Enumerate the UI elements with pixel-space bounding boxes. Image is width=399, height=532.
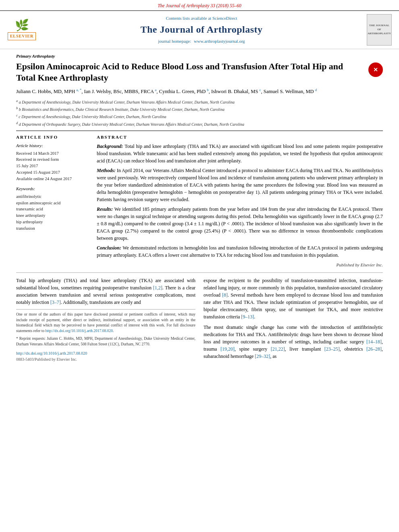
keyword-5: transfusion: [16, 225, 89, 232]
conclusion-text: We demonstrated reductions in hemoglobin…: [97, 245, 383, 258]
elsevier-tree-icon: 🌿: [15, 20, 29, 31]
body-divider: [16, 272, 383, 273]
journal-title: The Journal of Arthroplasty: [42, 23, 361, 37]
abstract-header: ABSTRACT: [97, 134, 383, 140]
body-right-para-2: The most dramatic single change has come…: [204, 324, 383, 360]
ref-9-13[interactable]: [9–13]: [241, 314, 254, 320]
background-text: Total hip and knee arthroplasty (THA and…: [97, 143, 383, 164]
ref-19-20[interactable]: [19,20]: [220, 346, 235, 352]
keyword-3: knee arthroplasty: [16, 212, 89, 219]
results-text: We identified 185 primary arthroplasty p…: [97, 206, 383, 241]
article-info-abstract-area: ARTICLE INFO Article history: Received 1…: [16, 134, 383, 268]
abstract-methods: Methods: In April 2014, our Veterans Aff…: [97, 167, 383, 203]
article-info-header: ARTICLE INFO: [16, 134, 89, 140]
background-label: Background:: [97, 143, 125, 149]
homepage-line: journal homepage: www.arthroplastyjourna…: [42, 38, 361, 44]
history-item-0: Received 14 March 2017: [16, 150, 89, 157]
history-items: Received 14 March 2017 Received in revis…: [16, 150, 89, 182]
history-item-4: Available online 24 August 2017: [16, 176, 89, 182]
abstract-results: Results: We identified 185 primary arthr…: [97, 206, 383, 242]
keyword-0: antifibrinolytic: [16, 193, 89, 200]
affil-b: b b Biostatistics and Bioinformatics, Du…: [16, 106, 383, 112]
methods-label: Methods:: [97, 168, 117, 173]
keywords-label: Keywords:: [16, 186, 89, 192]
sciencedirect-link[interactable]: ScienceDirect: [212, 16, 237, 21]
body-left-para-1: Total hip arthroplasty (THA) and total k…: [16, 277, 195, 306]
right-logo-area: THE JOURNALOFARTHROPLASTY: [365, 14, 393, 46]
homepage-link[interactable]: www.arthroplastyjournal.org: [194, 39, 245, 44]
elsevier-wordmark: ELSEVIER: [8, 32, 36, 40]
published-by: Published by Elsevier Inc.: [97, 262, 383, 268]
journal-cover-image: THE JOURNALOFARTHROPLASTY: [367, 14, 392, 46]
history-item-3: Accepted 15 August 2017: [16, 169, 89, 176]
keywords-section: Keywords: antifibrinolytic epsilon amino…: [16, 186, 89, 231]
top-bar: The Journal of Arthroplasty 33 (2018) 55…: [0, 0, 399, 10]
affil-a: a a Department of Anesthesiology, Duke U…: [16, 98, 383, 105]
journal-center-header: Contents lists available at ScienceDirec…: [42, 15, 361, 44]
authors-line: Juliann C. Hobbs, MD, MPH a, *, Ian J. W…: [16, 87, 383, 96]
doi-link[interactable]: http://dx.doi.org/10.1016/j.arth.2017.08…: [16, 351, 87, 355]
ref-14-18[interactable]: [14–18]: [366, 339, 382, 345]
footnote-disclosure: One or more of the authors of this paper…: [16, 312, 195, 334]
history-item-1: Received in revised form: [16, 156, 89, 163]
keyword-1: epsilon aminocaproic acid: [16, 200, 89, 206]
issn-line: 0883-5403/Published by Elsevier Inc.: [16, 356, 195, 362]
conclusion-label: Conclusion:: [97, 245, 123, 251]
abstract-background: Background: Total hip and knee arthropla…: [97, 143, 383, 164]
methods-text: In April 2014, our Veterans Affairs Medi…: [97, 168, 383, 202]
doi-line[interactable]: http://dx.doi.org/10.1016/j.arth.2017.08…: [16, 350, 195, 356]
ref-3-7[interactable]: [3–7]: [50, 299, 61, 305]
journal-header: 🌿 ELSEVIER Contents lists available at S…: [0, 10, 399, 49]
crossmark-icon: ✕: [371, 65, 380, 74]
abstract-conclusion: Conclusion: We demonstrated reductions i…: [97, 244, 383, 259]
homepage-label: journal homepage:: [158, 39, 191, 44]
left-logo-area: 🌿 ELSEVIER: [6, 20, 38, 40]
article-history-section: Article history: Received 14 March 2017 …: [16, 143, 89, 182]
article-title-area: Epsilon Aminocaproic Acid to Reduce Bloo…: [16, 61, 383, 83]
keyword-2: tranexamic acid: [16, 206, 89, 212]
body-left-col: Total hip arthroplasty (THA) and total k…: [16, 277, 195, 363]
svg-text:✕: ✕: [373, 66, 378, 73]
contents-label: Contents lists available at: [166, 16, 211, 21]
section-label: Primary Arthroplasty: [16, 53, 383, 59]
ref-8[interactable]: [8]: [222, 292, 228, 298]
ref-21-22[interactable]: [21,22]: [271, 346, 285, 352]
article-info-col: ARTICLE INFO Article history: Received 1…: [16, 134, 89, 268]
keywords-list: antifibrinolytic epsilon aminocaproic ac…: [16, 193, 89, 232]
ref-29-32[interactable]: [29–32]: [255, 353, 270, 359]
abstract-col: ABSTRACT Background: Total hip and knee …: [97, 134, 383, 268]
main-divider: [16, 131, 383, 131]
keyword-4: hip arthroplasty: [16, 219, 89, 225]
footnote-reprint: * Reprint requests: Juliann C. Hobbs, MD…: [16, 336, 195, 347]
affil-d: d d Department of Orthopaedic Surgery, D…: [16, 121, 383, 127]
ref-1-2[interactable]: [1,2]: [153, 285, 162, 291]
ref-26-28[interactable]: [26–28]: [366, 346, 382, 352]
results-label: Results:: [97, 206, 114, 212]
crossmark-badge: ✕: [368, 62, 383, 77]
footnote-section: One or more of the authors of this paper…: [16, 309, 195, 363]
article-title: Epsilon Aminocaproic Acid to Reduce Bloo…: [16, 61, 364, 83]
history-item-2: 15 July 2017: [16, 163, 89, 169]
disclosure-link[interactable]: http://dx.doi.org/10.1016/j.arth.2017.08…: [46, 329, 113, 333]
body-text-area: Total hip arthroplasty (THA) and total k…: [16, 277, 383, 363]
affil-c: c c Department of Anesthesiology, Duke U…: [16, 113, 383, 120]
affiliations: a a Department of Anesthesiology, Duke U…: [16, 98, 383, 127]
journal-citation: The Journal of Arthroplasty 33 (2018) 55…: [158, 3, 241, 8]
body-right-para-1: expose the recipient to the possibility …: [204, 277, 383, 320]
history-label: Article history:: [16, 143, 89, 149]
ref-23-25[interactable]: [23–25]: [324, 346, 340, 352]
contents-available-line: Contents lists available at ScienceDirec…: [42, 15, 361, 21]
body-right-col: expose the recipient to the possibility …: [204, 277, 383, 363]
